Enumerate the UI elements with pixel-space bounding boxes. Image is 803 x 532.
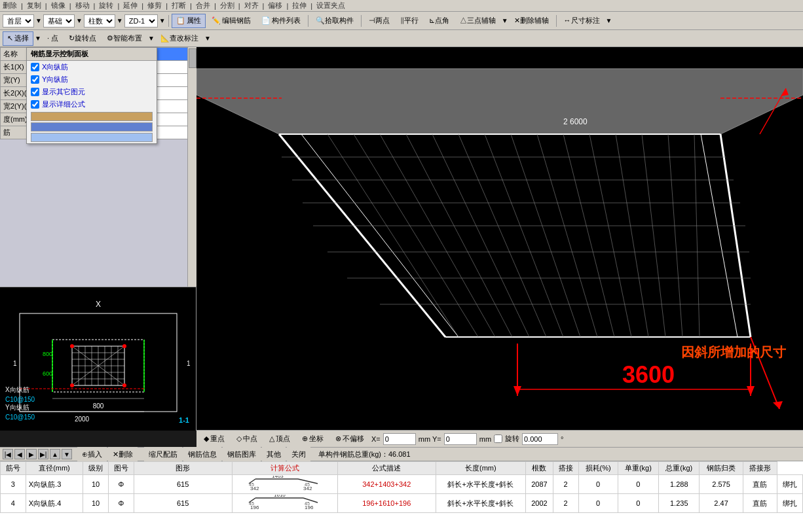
- svg-text:600: 600: [43, 370, 52, 377]
- del-aux-btn[interactable]: ✕删除辅轴: [510, 14, 553, 28]
- row3-loss: 0: [618, 475, 658, 494]
- point-btn[interactable]: · 点: [43, 31, 63, 46]
- rebar-item-x[interactable]: X向纵筋: [27, 61, 157, 73]
- coord-btn[interactable]: ⊕ 坐标: [297, 432, 328, 446]
- svg-text:因斜所增加的尺寸: 因斜所增加的尺寸: [681, 345, 787, 359]
- offset-btn[interactable]: 偏移: [268, 1, 282, 10]
- rebar-item-other[interactable]: 显示其它图元: [27, 86, 157, 98]
- row3-diameter: 10: [83, 475, 109, 494]
- snap2-label: 中点: [243, 434, 257, 444]
- table-area: 筋号 直径(mm) 级别 图号 图形 计算公式 公式描述 长度(mm) 根数 搭…: [0, 461, 803, 532]
- svg-text:1: 1: [13, 360, 17, 367]
- copy-btn[interactable]: 复制: [27, 1, 41, 10]
- three-point-btn[interactable]: △三点辅轴: [455, 14, 500, 28]
- scrollbar-thumb[interactable]: [189, 48, 196, 68]
- check-dim-btn[interactable]: 📐查改标注: [156, 31, 203, 46]
- comp-type-select[interactable]: 基础: [43, 14, 75, 27]
- sep10: |: [238, 2, 240, 10]
- down-btn[interactable]: ▼: [62, 449, 72, 459]
- rebar-y-label: Y向纵筋: [5, 403, 29, 412]
- smart-arrange-btn[interactable]: ⚙智能布置: [102, 31, 147, 46]
- floor-select[interactable]: 首层: [3, 14, 34, 27]
- sep5: |: [117, 2, 119, 10]
- col-formula: 计算公式: [232, 462, 337, 475]
- svg-point-18: [70, 344, 74, 348]
- svg-text:1610: 1610: [274, 495, 286, 498]
- arrow7: ▼: [35, 35, 41, 42]
- rebar-table: 筋号 直径(mm) 级别 图号 图形 计算公式 公式描述 长度(mm) 根数 搭…: [0, 461, 803, 513]
- row4-unit-wt: 1.235: [659, 494, 700, 513]
- move-btn[interactable]: 移动: [75, 1, 90, 10]
- rotate-checkbox[interactable]: [494, 434, 502, 443]
- x-label: X=: [371, 435, 381, 443]
- snap-key-btn[interactable]: ◆ 重点: [199, 432, 229, 446]
- edit-rebar-btn[interactable]: ✏️编辑钢筋: [207, 14, 255, 28]
- stretch-btn[interactable]: 拉伸: [292, 1, 307, 10]
- pick-comp-btn[interactable]: 🔍拾取构件: [311, 14, 358, 28]
- no-offset-icon: ⊗: [335, 434, 341, 443]
- dim-btn[interactable]: ↔尺寸标注: [559, 14, 605, 28]
- third-toolbar: ↖选择 ▼ · 点 ↻旋转点 ⚙智能布置 ▼ 📐查改标注 ▼: [0, 30, 803, 47]
- break-btn[interactable]: 打断: [172, 1, 186, 10]
- row4-type: 直筋: [743, 494, 777, 513]
- weight-label: 单构件钢筋总重(kg)：46.081: [318, 450, 411, 459]
- split-btn[interactable]: 分割: [220, 1, 234, 10]
- close-btn[interactable]: 关闭: [287, 447, 310, 461]
- sep12: |: [286, 2, 288, 10]
- scale-rebar-btn[interactable]: 缩尺配筋: [144, 447, 182, 461]
- comp-list-btn[interactable]: 📄构件列表: [257, 14, 305, 28]
- svg-text:1403: 1403: [272, 476, 284, 479]
- grip-btn[interactable]: 设置夹点: [316, 1, 345, 10]
- svg-point-21: [122, 383, 126, 387]
- svg-marker-38: [196, 69, 803, 134]
- vertex-btn[interactable]: △ 顶点: [265, 432, 295, 446]
- other-elem-checkbox[interactable]: [31, 88, 39, 96]
- point-angle-btn[interactable]: ⊾点角: [424, 14, 454, 28]
- first-page-btn[interactable]: |◀: [3, 449, 13, 459]
- delete-btn[interactable]: 删除: [3, 1, 17, 10]
- merge-btn[interactable]: 合并: [196, 1, 210, 10]
- comp-id-select[interactable]: ZD-1: [124, 14, 158, 27]
- snap4-label: 坐标: [309, 434, 324, 444]
- extend-btn[interactable]: 延伸: [123, 1, 138, 10]
- midpoint-icon: ◇: [236, 434, 242, 443]
- rotate-btn[interactable]: 旋转: [99, 1, 113, 10]
- rebar-item-formula[interactable]: 显示详细公式: [27, 98, 157, 111]
- row4-level: Φ: [108, 494, 134, 513]
- formula-checkbox[interactable]: [31, 100, 39, 109]
- rebar-figure-4: 196 1610 196 45 45: [246, 495, 324, 510]
- col-length: 长度(mm): [436, 462, 525, 475]
- y-input[interactable]: [444, 433, 477, 445]
- x-input[interactable]: [383, 433, 416, 445]
- row4-formula: 196+1610+196: [337, 494, 436, 513]
- y-rebar-checkbox[interactable]: [31, 75, 39, 84]
- midpoint-btn[interactable]: ◇ 中点: [232, 432, 262, 446]
- last-page-btn[interactable]: ▶|: [38, 449, 48, 459]
- insert-btn[interactable]: ⊕插入: [77, 447, 107, 461]
- rebar-lib-btn[interactable]: 钢筋图库: [223, 447, 261, 461]
- no-offset-btn[interactable]: ⊗ 不偏移: [331, 432, 369, 446]
- align-btn[interactable]: 对齐: [244, 1, 259, 10]
- parallel-btn[interactable]: ∥平行: [396, 14, 423, 28]
- prev-page-btn[interactable]: ◀: [14, 449, 25, 459]
- up-btn[interactable]: ▲: [50, 449, 60, 459]
- next-page-btn[interactable]: ▶: [26, 449, 37, 459]
- edit-icon: ✏️: [212, 16, 221, 25]
- rotate-label: 旋转: [505, 434, 519, 444]
- comp-sub-select[interactable]: 柱数: [84, 14, 115, 27]
- row4-name: X向纵筋.4: [26, 494, 83, 513]
- rebar-info-btn[interactable]: 钢筋信息: [183, 447, 221, 461]
- del-row-btn[interactable]: ✕删除: [108, 447, 138, 461]
- trim-btn[interactable]: 修剪: [147, 1, 162, 10]
- rebar-item-y[interactable]: Y向纵筋: [27, 73, 157, 86]
- table-header-row: 筋号 直径(mm) 级别 图号 图形 计算公式 公式描述 长度(mm) 根数 搭…: [1, 462, 803, 475]
- rotate-input[interactable]: [522, 433, 558, 445]
- rotate-point-btn[interactable]: ↻旋转点: [64, 31, 101, 46]
- vertex-icon: △: [269, 434, 274, 443]
- x-rebar-checkbox[interactable]: [31, 63, 39, 71]
- other-btn[interactable]: 其他: [262, 447, 286, 461]
- property-btn[interactable]: 📋属性: [172, 14, 206, 28]
- select-btn[interactable]: ↖选择: [3, 31, 33, 46]
- mirror-btn[interactable]: 镜像: [51, 1, 65, 10]
- two-point-btn[interactable]: ⊣两点: [364, 14, 394, 28]
